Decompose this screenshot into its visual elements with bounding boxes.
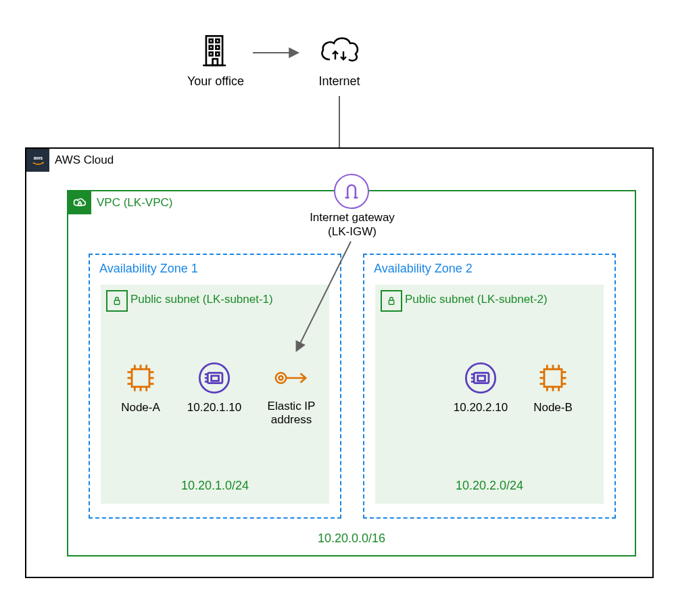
vpc-box: VPC (LK-VPC) Internet gateway (LK-IGW) — [67, 190, 636, 556]
vpc-badge-icon — [68, 191, 91, 214]
svg-point-30 — [199, 363, 228, 392]
aws-logo-icon: aws — [26, 149, 49, 172]
eni1-ip-label: 10.20.1.10 — [180, 401, 248, 414]
igw-label-line1: Internet gateway — [298, 210, 406, 224]
subnet-lock-icon — [381, 290, 402, 312]
ec2-instance-icon — [110, 360, 171, 396]
node-b-label: Node-B — [523, 401, 583, 414]
network-interface-icon — [180, 360, 248, 396]
subnet2-title: Public subnet (LK-subnet-2) — [405, 293, 548, 306]
eni-1: 10.20.1.10 — [180, 360, 248, 414]
subnet-lock-icon — [106, 290, 128, 312]
elastic-ip-icon — [258, 360, 325, 396]
az1-title: Availability Zone 1 — [99, 262, 198, 276]
eip-label: Elastic IP address — [258, 400, 325, 427]
subnet2-cidr: 10.20.2.0/24 — [375, 479, 604, 493]
network-interface-icon — [447, 360, 514, 396]
svg-text:aws: aws — [33, 155, 42, 160]
igw-label: Internet gateway (LK-IGW) — [298, 210, 406, 239]
az2-title: Availability Zone 2 — [374, 262, 473, 276]
svg-rect-8 — [213, 59, 218, 66]
svg-rect-32 — [212, 376, 219, 381]
ec2-instance-icon — [523, 360, 583, 396]
node-b: Node-B — [523, 360, 583, 414]
svg-rect-3 — [216, 39, 219, 43]
arrow-igw-to-eip — [285, 239, 366, 357]
svg-point-40 — [466, 363, 495, 392]
svg-rect-42 — [478, 376, 485, 381]
aws-cloud-title: AWS Cloud — [55, 153, 114, 167]
svg-rect-7 — [216, 52, 219, 55]
svg-point-37 — [279, 376, 283, 380]
node-a: Node-A — [110, 360, 171, 414]
svg-rect-4 — [210, 46, 213, 49]
aws-cloud-region: aws AWS Cloud VPC (LK-VPC) — [25, 147, 654, 578]
vpc-title: VPC (LK-VPC) — [97, 196, 172, 210]
svg-line-15 — [297, 241, 351, 350]
availability-zone-2: Availability Zone 2 Public subnet (LK-su… — [363, 254, 616, 519]
svg-rect-39 — [389, 300, 394, 304]
node-a-label: Node-A — [110, 401, 171, 414]
svg-rect-6 — [210, 52, 213, 55]
svg-rect-5 — [216, 46, 219, 49]
eni-2: 10.20.2.10 — [447, 360, 514, 414]
svg-rect-16 — [114, 300, 120, 304]
internet-gateway-icon — [334, 174, 369, 209]
eni2-ip-label: 10.20.2.10 — [447, 401, 514, 414]
svg-rect-2 — [210, 39, 213, 43]
elastic-ip: Elastic IP address — [258, 360, 325, 427]
public-subnet-2: Public subnet (LK-subnet-2) — [375, 285, 604, 504]
vpc-cidr: 10.20.0.0/16 — [68, 531, 635, 546]
svg-rect-46 — [544, 369, 562, 387]
svg-rect-12 — [78, 203, 82, 206]
internet-cloud-icon — [318, 34, 361, 68]
subnet1-title: Public subnet (LK-subnet-1) — [130, 293, 273, 306]
office-label: Your office — [176, 74, 256, 89]
arrow-office-to-internet — [250, 43, 304, 62]
subnet1-cidr: 10.20.1.0/24 — [101, 479, 329, 493]
internet-label: Internet — [312, 74, 366, 89]
svg-point-36 — [276, 373, 286, 383]
svg-rect-17 — [132, 369, 149, 387]
office-building-icon — [195, 31, 234, 70]
igw-label-line2: (LK-IGW) — [298, 224, 406, 239]
